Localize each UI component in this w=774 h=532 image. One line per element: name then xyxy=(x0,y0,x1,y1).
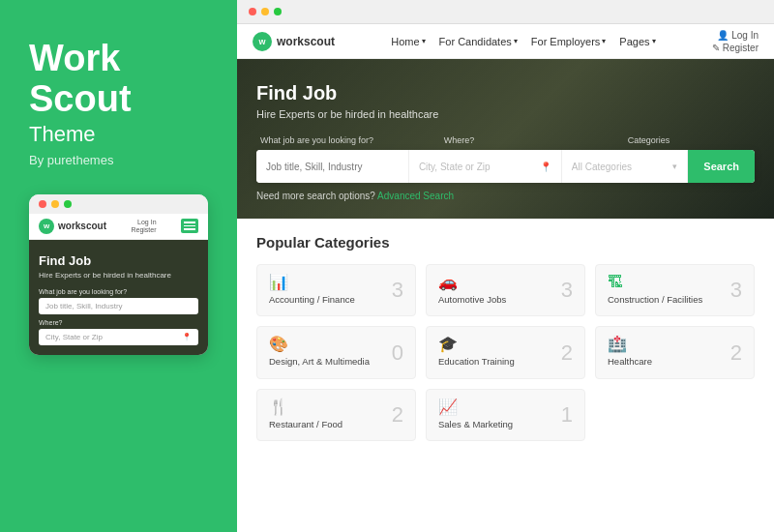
browser-dot-red xyxy=(249,8,256,15)
dot-red xyxy=(39,200,46,208)
categories-section: Popular Categories 📊 Accounting / Financ… xyxy=(237,219,774,457)
category-info: 🚗 Automotive Jobs xyxy=(438,275,506,306)
category-info: 🎨 Design, Art & Multimedia xyxy=(269,337,370,368)
category-dropdown[interactable]: All Categories ▾ xyxy=(562,150,689,183)
category-info: 🍴 Restaurant / Food xyxy=(269,399,342,430)
right-panel: w workscout Home ▾ For Candidates ▾ For … xyxy=(237,0,774,532)
category-count: 2 xyxy=(392,402,403,428)
browser-chrome xyxy=(237,0,774,24)
category-count: 3 xyxy=(561,278,573,303)
category-icon: 🚗 xyxy=(438,275,506,290)
hero-subtitle: Hire Experts or be hirded in healthcare xyxy=(256,108,755,120)
category-name: Construction / Facilities xyxy=(608,294,702,306)
category-card[interactable]: 🍴 Restaurant / Food 2 xyxy=(256,389,416,441)
site-logo-icon: w xyxy=(253,32,272,51)
mobile-search-label: What job are you looking for? xyxy=(39,288,198,295)
hero-title: Find Job xyxy=(256,82,755,104)
category-name: Education Training xyxy=(438,356,515,368)
job-search-input[interactable] xyxy=(256,150,409,183)
mobile-where-input[interactable]: City, State or Zip 📍 xyxy=(39,329,198,345)
category-card[interactable]: 🚗 Automotive Jobs 3 xyxy=(426,264,585,316)
category-card[interactable]: 🏗 Construction / Facilities 3 xyxy=(595,264,755,316)
label-categories: Categories xyxy=(624,135,755,145)
category-card[interactable]: 🎓 Education Training 2 xyxy=(426,326,585,378)
dot-green xyxy=(64,200,72,208)
brand-title: Work Scout Theme By purethemes xyxy=(29,39,208,167)
category-info: 📈 Sales & Marketing xyxy=(438,399,513,430)
register-link[interactable]: ✎ Register xyxy=(712,43,759,53)
category-count: 3 xyxy=(392,278,403,303)
category-count: 2 xyxy=(730,340,742,366)
category-icon: 🏥 xyxy=(608,337,652,352)
category-info: 📊 Accounting / Finance xyxy=(269,275,355,306)
category-icon: 🎨 xyxy=(269,337,370,352)
chevron-down-icon: ▾ xyxy=(652,37,656,45)
nav-candidates[interactable]: For Candidates ▾ xyxy=(439,36,518,47)
mobile-preview-card: w workscout Log In Register Find Job Hir… xyxy=(29,194,208,355)
mobile-nav-links: Log In Register xyxy=(131,219,156,234)
categories-grid: 📊 Accounting / Finance 3 🚗 Automotive Jo… xyxy=(256,264,755,441)
search-labels: What job are you looking for? Where? Cat… xyxy=(256,135,755,145)
dot-yellow xyxy=(51,200,59,208)
browser-dot-yellow xyxy=(261,8,269,15)
chevron-down-icon: ▾ xyxy=(602,37,606,45)
mobile-search-input[interactable]: Job title, Skill, Industry xyxy=(39,298,198,314)
mobile-nav: w workscout Log In Register xyxy=(29,214,208,240)
site-nav-links: Home ▾ For Candidates ▾ For Employers ▾ … xyxy=(391,36,655,47)
hamburger-menu[interactable] xyxy=(181,219,198,233)
category-count: 2 xyxy=(561,340,573,366)
login-link[interactable]: 👤 Log In xyxy=(717,30,759,41)
mobile-hero-subtitle: Hire Experts or be hirded in healthcare xyxy=(39,271,198,281)
chevron-down-icon: ▾ xyxy=(514,37,518,45)
category-card[interactable]: 🎨 Design, Art & Multimedia 0 xyxy=(256,326,416,378)
category-name: Automotive Jobs xyxy=(438,294,506,306)
website-content: w workscout Home ▾ For Candidates ▾ For … xyxy=(237,24,774,532)
mobile-hero: Find Job Hire Experts or be hirded in he… xyxy=(29,240,208,355)
advanced-search-link[interactable]: Advanced Search xyxy=(377,191,454,201)
category-name: Healthcare xyxy=(608,356,652,368)
nav-pages[interactable]: Pages ▾ xyxy=(619,36,655,47)
category-count: 1 xyxy=(561,402,573,428)
site-nav: w workscout Home ▾ For Candidates ▾ For … xyxy=(237,24,774,59)
hero-section: Find Job Hire Experts or be hirded in he… xyxy=(237,59,774,219)
browser-dot-green xyxy=(274,8,282,15)
location-pin-icon: 📍 xyxy=(540,162,551,172)
left-panel: Work Scout Theme By purethemes w worksco… xyxy=(0,0,237,532)
nav-home[interactable]: Home ▾ xyxy=(391,36,425,47)
mobile-titlebar xyxy=(29,194,208,214)
category-info: 🎓 Education Training xyxy=(438,337,515,368)
register-icon: ✎ xyxy=(712,43,720,53)
search-bar: City, State or Zip 📍 All Categories ▾ Se… xyxy=(256,150,755,183)
search-button[interactable]: Search xyxy=(688,150,755,183)
mobile-where-label: Where? xyxy=(39,319,198,326)
category-icon: 🏗 xyxy=(608,275,702,290)
category-info: 🏗 Construction / Facilities xyxy=(608,275,702,306)
label-where: Where? xyxy=(440,135,624,145)
site-logo: w workscout xyxy=(253,32,335,51)
mobile-hero-title: Find Job xyxy=(39,253,198,268)
category-name: Sales & Marketing xyxy=(438,419,513,430)
category-name: Design, Art & Multimedia xyxy=(269,356,370,368)
section-title: Popular Categories xyxy=(256,234,755,251)
category-count: 3 xyxy=(730,278,742,303)
nav-employers[interactable]: For Employers ▾ xyxy=(531,36,607,47)
category-info: 🏥 Healthcare xyxy=(608,337,652,368)
category-name: Restaurant / Food xyxy=(269,419,342,430)
category-icon: 📈 xyxy=(438,399,513,415)
site-nav-right: 👤 Log In ✎ Register xyxy=(712,30,759,53)
label-job: What job are you looking for? xyxy=(256,135,440,145)
chevron-down-icon: ▾ xyxy=(672,162,677,171)
advanced-search-text: Need more search options? Advanced Searc… xyxy=(256,191,755,201)
category-card[interactable]: 📊 Accounting / Finance 3 xyxy=(256,264,416,316)
category-count: 0 xyxy=(392,340,403,366)
mobile-logo: w workscout xyxy=(39,219,106,234)
category-icon: 🍴 xyxy=(269,399,342,415)
category-card[interactable]: 🏥 Healthcare 2 xyxy=(595,326,755,378)
category-icon: 📊 xyxy=(269,275,355,290)
mobile-logo-icon: w xyxy=(39,219,54,234)
location-input[interactable]: City, State or Zip 📍 xyxy=(409,150,562,183)
user-icon: 👤 xyxy=(717,30,729,41)
chevron-down-icon: ▾ xyxy=(422,37,426,45)
category-card[interactable]: 📈 Sales & Marketing 1 xyxy=(426,389,585,441)
category-icon: 🎓 xyxy=(438,337,515,352)
